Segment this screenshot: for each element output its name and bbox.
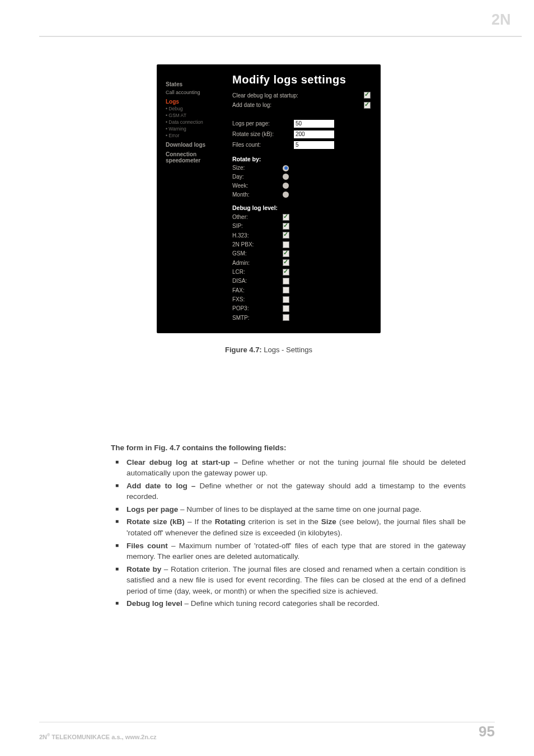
- files-count-input[interactable]: 5: [294, 141, 334, 149]
- description-lead: The form in Fig. 4.7 contains the follow…: [111, 442, 466, 454]
- description-item: Add date to log – Define whether or not …: [127, 480, 466, 502]
- description-item: Clear debug log at start-up – Define whe…: [127, 457, 466, 479]
- debug-level-row: LCR:: [232, 268, 371, 275]
- debug-level-checkbox[interactable]: [283, 223, 289, 230]
- debug-level-label: DISA:: [232, 278, 283, 284]
- rotate-by-radio[interactable]: [283, 174, 289, 180]
- debug-level-label: GSM:: [232, 250, 283, 256]
- sidebar-download-logs: Download logs: [166, 142, 232, 148]
- sidebar-sub: • Debug: [166, 106, 232, 111]
- rotate-by-label: Size:: [232, 165, 283, 171]
- debug-level-row: H.323:: [232, 232, 371, 239]
- debug-level-label: H.323:: [232, 232, 283, 239]
- description-block: The form in Fig. 4.7 contains the follow…: [111, 442, 466, 611]
- debug-level-checkbox[interactable]: [283, 232, 289, 239]
- screenshot-panel: States Call accounting Logs • Debug • GS…: [157, 64, 381, 333]
- figure-caption-text: Logs - Settings: [262, 346, 312, 354]
- debug-level-label: SMTP:: [232, 315, 283, 321]
- description-item: Logs per page – Number of lines to be di…: [127, 504, 466, 515]
- rotate-by-row: Day:: [232, 174, 371, 180]
- debug-level-label: POP3:: [232, 305, 283, 311]
- files-count-label: Files count:: [232, 142, 294, 148]
- debug-level-label: LCR:: [232, 269, 283, 275]
- debug-level-checkbox[interactable]: [283, 259, 289, 266]
- description-item: Rotate size (kB) – If the Rotating crite…: [127, 516, 466, 538]
- debug-level-row: Admin:: [232, 259, 371, 266]
- debug-level-label: Admin:: [232, 260, 283, 266]
- sidebar-sub: • GSM AT: [166, 113, 232, 118]
- debug-level-label: 2N PBX:: [232, 241, 283, 248]
- clear-debug-checkbox[interactable]: [364, 92, 371, 99]
- debug-level-checkbox[interactable]: [283, 214, 289, 221]
- footer-divider: [39, 722, 495, 722]
- rotate-by-radio[interactable]: [283, 165, 289, 171]
- debug-level-row: Other:: [232, 213, 371, 220]
- add-date-label: Add date to log:: [232, 102, 271, 108]
- page-number: 95: [479, 723, 495, 740]
- logs-per-page-label: Logs per page:: [232, 120, 294, 127]
- rotate-size-input[interactable]: 200: [294, 130, 334, 138]
- debug-level-checkbox[interactable]: [283, 241, 289, 248]
- debug-level-row: FAX:: [232, 287, 371, 293]
- debug-level-heading: Debug log level:: [232, 204, 371, 211]
- debug-level-row: 2N PBX:: [232, 241, 371, 248]
- sidebar-sub: • Warning: [166, 126, 232, 132]
- sidebar-conn-speedo: Connection: [166, 151, 232, 157]
- rotate-by-row: Size:: [232, 165, 371, 171]
- brand-logo: 2N: [491, 10, 522, 31]
- header-divider: [39, 36, 522, 37]
- svg-text:2N: 2N: [491, 11, 511, 28]
- panel-title: Modify logs settings: [232, 73, 371, 86]
- debug-level-checkbox[interactable]: [283, 314, 289, 321]
- debug-level-row: FXS:: [232, 296, 371, 302]
- rotate-by-row: Month:: [232, 191, 371, 198]
- debug-level-checkbox[interactable]: [283, 305, 289, 312]
- rotate-by-heading: Rotate by:: [232, 156, 371, 162]
- debug-level-row: GSM:: [232, 250, 371, 257]
- debug-level-label: Other:: [232, 214, 283, 220]
- debug-level-checkbox[interactable]: [283, 278, 289, 284]
- rotate-by-label: Week:: [232, 183, 283, 189]
- debug-level-row: DISA:: [232, 278, 371, 284]
- debug-level-checkbox[interactable]: [283, 250, 289, 257]
- debug-level-label: SIP:: [232, 223, 283, 229]
- debug-level-checkbox[interactable]: [283, 296, 289, 303]
- sidebar-conn-speedo: speedometer: [166, 157, 232, 164]
- debug-level-label: FXS:: [232, 296, 283, 302]
- debug-level-row: SMTP:: [232, 314, 371, 321]
- debug-level-label: FAX:: [232, 287, 283, 293]
- debug-level-checkbox[interactable]: [283, 287, 289, 293]
- debug-level-checkbox[interactable]: [283, 269, 289, 276]
- figure-caption-bold: Figure 4.7:: [225, 346, 262, 354]
- figure-caption: Figure 4.7: Logs - Settings: [157, 346, 381, 354]
- sidebar-states: States: [166, 81, 232, 87]
- clear-debug-label: Clear debug log at startup:: [232, 92, 298, 99]
- description-item: Debug log level – Define which tuning re…: [127, 598, 466, 609]
- footer-left: 2N® TELEKOMUNIKACE a.s., www.2n.cz: [39, 733, 157, 740]
- rotate-by-row: Week:: [232, 182, 371, 189]
- rotate-by-label: Month:: [232, 192, 283, 198]
- rotate-by-radio[interactable]: [283, 183, 289, 189]
- sidebar-call-accounting: Call accounting: [166, 90, 232, 95]
- add-date-checkbox[interactable]: [364, 102, 371, 109]
- debug-level-row: POP3:: [232, 305, 371, 312]
- screenshot-sidebar: States Call accounting Logs • Debug • GS…: [157, 72, 232, 323]
- logs-per-page-input[interactable]: 50: [294, 120, 334, 128]
- sidebar-logs: Logs: [166, 99, 232, 105]
- rotate-by-radio[interactable]: [283, 192, 289, 198]
- sidebar-sub: • Data connection: [166, 119, 232, 125]
- description-item: Files count – Maximum number of 'rotated…: [127, 540, 466, 562]
- rotate-size-label: Rotate size (kB):: [232, 131, 294, 137]
- debug-level-row: SIP:: [232, 223, 371, 230]
- sidebar-sub: • Error: [166, 133, 232, 138]
- rotate-by-label: Day:: [232, 174, 283, 180]
- description-item: Rotate by – Rotation criterion. The jour…: [127, 564, 466, 597]
